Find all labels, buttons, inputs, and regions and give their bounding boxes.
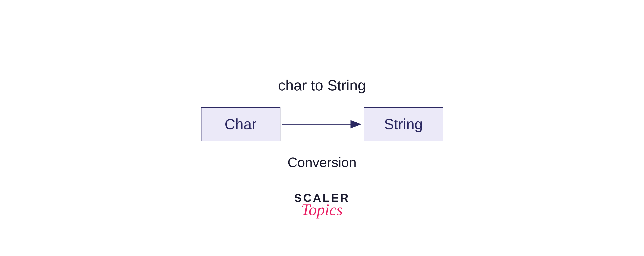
source-box: Char	[201, 107, 280, 141]
diagram-title: char to String	[278, 77, 366, 94]
brand-logo: SCALER Topics	[294, 191, 350, 219]
arrow-wrapper	[280, 117, 364, 132]
arrow-icon	[280, 117, 364, 132]
target-box: String	[364, 107, 443, 141]
logo-line-topics: Topics	[301, 200, 343, 219]
diagram-row: Char String	[201, 107, 443, 141]
svg-marker-1	[350, 120, 362, 128]
diagram-container: char to String Char String Conversion	[201, 77, 443, 170]
diagram-subtitle: Conversion	[288, 154, 356, 170]
